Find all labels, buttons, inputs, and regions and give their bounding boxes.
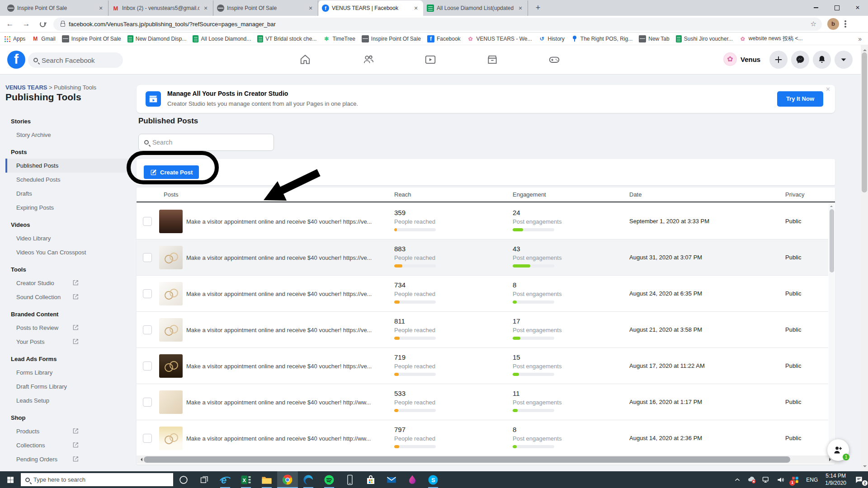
sidebar-item-videos-you-can-crosspost[interactable]: Videos You Can Crosspost bbox=[5, 245, 130, 259]
bookmark-item[interactable]: Apps bbox=[4, 35, 25, 42]
tab-close-icon[interactable] bbox=[412, 5, 420, 12]
post-title[interactable]: Make a visitor appointment online and re… bbox=[186, 291, 387, 297]
bookmark-item[interactable]: Inspire Point Of Sale bbox=[362, 35, 421, 42]
sidebar-item-leads-setup[interactable]: Leads Setup bbox=[5, 394, 130, 408]
row-checkbox[interactable] bbox=[143, 217, 152, 226]
taskbar-skype-icon[interactable]: S bbox=[423, 471, 443, 488]
action-center-icon[interactable]: 2 bbox=[850, 471, 868, 488]
sidebar-item-video-library[interactable]: Video Library bbox=[5, 231, 130, 245]
table-row[interactable]: Make a visitor appointment online and re… bbox=[137, 420, 828, 456]
create-post-button[interactable]: Create Post bbox=[144, 165, 199, 179]
page-scroll-up[interactable] bbox=[863, 47, 867, 51]
bookmark-item[interactable]: Inspire Point Of Sale bbox=[62, 35, 121, 42]
taskbar-mail-icon[interactable] bbox=[381, 471, 402, 488]
post-title[interactable]: Make a visitor appointment online and re… bbox=[186, 363, 387, 370]
taskbar-explorer-icon[interactable] bbox=[256, 471, 277, 488]
new-tab-button[interactable] bbox=[532, 2, 544, 14]
table-row[interactable]: Make a visitor appointment online and re… bbox=[137, 384, 828, 420]
row-checkbox[interactable] bbox=[143, 325, 152, 334]
gaming-icon[interactable] bbox=[545, 51, 563, 69]
tab-close-icon[interactable] bbox=[97, 5, 104, 12]
browser-tab[interactable]: Inbox (2) - venustears5@gmail.co bbox=[108, 0, 213, 16]
table-vertical-scrollbar[interactable] bbox=[829, 203, 835, 455]
bookmarks-overflow-chevron[interactable]: » bbox=[858, 35, 862, 42]
bookmark-item[interactable]: VENUS TEARS - We... bbox=[467, 35, 532, 42]
start-button[interactable] bbox=[0, 471, 21, 488]
bookmark-item[interactable]: Sushi Jiro voucher... bbox=[676, 35, 733, 42]
sidebar-item-published-posts[interactable]: Published Posts bbox=[5, 159, 130, 173]
bookmark-item[interactable]: New Diamond Disp... bbox=[127, 35, 187, 42]
page-scrollbar[interactable] bbox=[861, 45, 868, 471]
account-menu-button[interactable] bbox=[835, 51, 853, 69]
taskbar-ie-icon[interactable]: e bbox=[215, 471, 236, 488]
facebook-search-input[interactable]: Search Facebook bbox=[28, 52, 123, 68]
browser-menu-icon[interactable] bbox=[844, 20, 846, 28]
home-icon[interactable] bbox=[296, 51, 314, 69]
profile-chip[interactable]: ✿ Venus bbox=[723, 52, 760, 66]
task-view-button[interactable] bbox=[194, 471, 215, 488]
sidebar-item-forms-library[interactable]: Forms Library bbox=[5, 366, 130, 380]
bookmark-item[interactable]: History bbox=[538, 35, 565, 42]
vertical-scroll-thumb[interactable] bbox=[830, 209, 834, 272]
bookmark-item[interactable]: website news 投稿 <... bbox=[739, 35, 803, 42]
clock[interactable]: 5:14 PM 1/9/2020 bbox=[821, 473, 850, 487]
post-title[interactable]: Make a visitor appointment online and re… bbox=[186, 435, 387, 442]
page-scroll-thumb[interactable] bbox=[862, 52, 867, 192]
sidebar-item-your-posts[interactable]: Your Posts bbox=[5, 335, 130, 349]
taskbar-search-input[interactable]: Type here to search bbox=[21, 473, 173, 486]
sidebar-item-sound-collection[interactable]: Sound Collection bbox=[5, 290, 130, 304]
taskbar-edge-icon[interactable] bbox=[298, 471, 319, 488]
reload-button[interactable] bbox=[36, 18, 49, 30]
bookmark-star-icon[interactable] bbox=[811, 20, 816, 28]
sidebar-item-expiring-posts[interactable]: Expiring Posts bbox=[5, 201, 130, 215]
post-title[interactable]: Make a visitor appointment online and re… bbox=[186, 254, 387, 261]
back-button[interactable] bbox=[4, 18, 16, 30]
taskbar-spotify-icon[interactable] bbox=[319, 471, 340, 488]
onedrive-icon[interactable] bbox=[745, 471, 759, 488]
taskbar-paint3d-icon[interactable] bbox=[402, 471, 423, 488]
browser-profile-avatar[interactable]: b bbox=[827, 18, 839, 30]
network-icon[interactable] bbox=[759, 471, 774, 488]
bookmark-item[interactable]: Gmail bbox=[32, 35, 55, 42]
tab-close-icon[interactable] bbox=[517, 5, 524, 12]
forward-button[interactable] bbox=[20, 18, 33, 30]
sidebar-item-products[interactable]: Products bbox=[5, 424, 130, 438]
table-row[interactable]: Make a visitor appointment online and re… bbox=[137, 239, 828, 276]
maximize-button[interactable] bbox=[826, 0, 847, 15]
close-window-button[interactable] bbox=[847, 0, 868, 15]
post-title[interactable]: Make a visitor appointment online and re… bbox=[186, 327, 387, 333]
facebook-logo[interactable]: f bbox=[7, 51, 25, 69]
sidebar-item-story-archive[interactable]: Story Archive bbox=[5, 128, 130, 142]
row-checkbox[interactable] bbox=[143, 253, 152, 262]
browser-tab[interactable]: All Loose Diamond List(updated bbox=[423, 0, 528, 16]
scroll-up-arrow[interactable] bbox=[830, 204, 833, 207]
horizontal-scroll-thumb[interactable] bbox=[144, 456, 790, 463]
taskbar-store-icon[interactable] bbox=[360, 471, 381, 488]
create-menu-button[interactable] bbox=[769, 51, 788, 69]
posts-search-input[interactable]: Search bbox=[138, 134, 274, 151]
post-title[interactable]: Make a visitor appointment online and re… bbox=[186, 218, 387, 225]
page-scroll-down[interactable] bbox=[863, 465, 867, 469]
bookmark-item[interactable]: All Loose Diamond... bbox=[193, 35, 251, 42]
table-horizontal-scrollbar[interactable] bbox=[137, 455, 835, 464]
sidebar-item-collections[interactable]: Collections bbox=[5, 438, 130, 452]
row-checkbox[interactable] bbox=[143, 434, 152, 443]
row-checkbox[interactable] bbox=[143, 289, 152, 298]
sidebar-item-draft-forms-library[interactable]: Draft Forms Library bbox=[5, 380, 130, 394]
tab-close-icon[interactable] bbox=[202, 5, 209, 12]
language-indicator[interactable]: ENG bbox=[802, 477, 821, 483]
banner-close-icon[interactable] bbox=[826, 86, 830, 93]
bookmark-item[interactable]: TimeTree bbox=[323, 35, 355, 42]
bookmark-item[interactable]: VT Bridal stock che... bbox=[257, 35, 316, 42]
sidebar-item-scheduled-posts[interactable]: Scheduled Posts bbox=[5, 173, 130, 187]
cortana-button[interactable] bbox=[173, 471, 194, 488]
bookmark-item[interactable]: New Tab bbox=[639, 35, 669, 42]
post-title[interactable]: Make a visitor appointment online and re… bbox=[186, 399, 387, 406]
bookmark-item[interactable]: Facebook bbox=[427, 35, 461, 42]
taskbar-chrome-icon[interactable] bbox=[277, 471, 298, 488]
taskbar-device-icon[interactable] bbox=[340, 471, 360, 488]
bookmark-item[interactable]: The Right POS, Rig... bbox=[571, 35, 632, 42]
row-checkbox[interactable] bbox=[143, 398, 152, 407]
url-text[interactable]: facebook.com/VenusTears.jp/publishing_to… bbox=[69, 21, 811, 28]
browser-tab[interactable]: Inspire Point Of Sale bbox=[213, 0, 318, 16]
